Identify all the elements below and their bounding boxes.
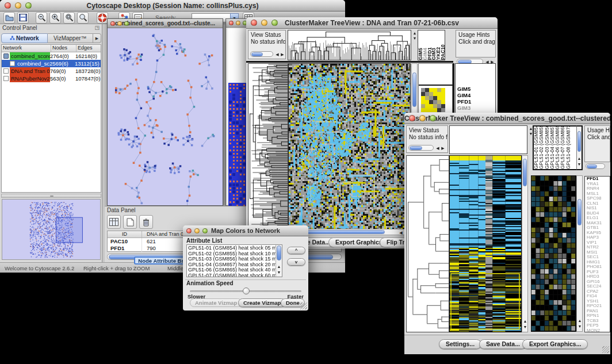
tv2-titlebar[interactable]: ClusterMaker TreeView : combined_scores_…	[404, 113, 610, 124]
tv2-usage-scrollbar[interactable]	[586, 163, 605, 169]
desktop: { "colors":{"cyan":"#5ec1ef","yellow":"#…	[0, 0, 612, 364]
tv2-minimize-button[interactable]	[419, 115, 426, 121]
tv2-vscroll-up[interactable]: ▲	[522, 319, 528, 323]
network-row[interactable]: combined_scores2764(0)16218(0)	[2, 52, 101, 60]
network-row[interactable]: DNA and Tran 07769(0)183728(0)	[2, 67, 101, 75]
tv1-minimize-button[interactable]	[261, 20, 267, 26]
tv2-export-graphics-button[interactable]: Export Graphics...	[522, 339, 588, 349]
status-zoom-hint: Right-click + drag to ZOOM	[83, 265, 150, 271]
attribute-grid-icon	[109, 218, 118, 226]
tv1-hscroll-left[interactable]: ◀	[398, 231, 404, 235]
tv1-close-button[interactable]	[251, 20, 257, 26]
tv1-usage-text: Click and drag to	[458, 39, 493, 45]
tv2-zoom-scrollbar[interactable]: ▲ ▼	[576, 175, 583, 332]
tv2-status-scroll-right[interactable]: ▶	[440, 146, 446, 150]
tv2-heatmap[interactable]	[450, 156, 521, 332]
zoom-in-button[interactable]	[49, 12, 61, 24]
slider-thumb[interactable]	[243, 288, 250, 294]
tv1-heatmap[interactable]	[289, 64, 410, 232]
tv1-status-scrollbar[interactable]	[250, 51, 273, 57]
tv2-vscroll-down[interactable]: ▼	[522, 325, 528, 329]
tv1-column-dendrogram[interactable]	[288, 30, 411, 60]
tv2-vscrollbar[interactable]: ▲ ▼	[522, 155, 528, 332]
tv1-gene-label: PFD1	[457, 98, 495, 105]
dialog-resize-grip[interactable]	[300, 302, 307, 309]
network-nodes-count: 2764(0)	[50, 52, 75, 60]
tv2-column-label: GPL51-07 (GSM868)	[560, 127, 565, 169]
zoom-window-button[interactable]	[25, 2, 32, 9]
dense-close-button[interactable]	[229, 21, 234, 25]
tab-network[interactable]: Network	[1, 33, 48, 43]
move-up-button[interactable]: ^	[287, 247, 305, 254]
tv2-zoom-scroll-up[interactable]: ▲	[577, 319, 583, 323]
tv2-zoom-panel	[531, 175, 576, 332]
tv1-status-scroll-right[interactable]: ▶	[280, 52, 285, 56]
open-session-button[interactable]	[3, 12, 15, 24]
control-panel-tabs: Network VizMapper™ ▶	[1, 33, 101, 43]
dialog-zoom-button[interactable]	[202, 228, 208, 233]
close-button[interactable]	[5, 2, 11, 9]
attribute-scroll-down[interactable]: ▼	[276, 270, 282, 274]
attribute-listbox[interactable]: GPL51-01 (GSM854) heat shock 05 minGPL51…	[186, 244, 282, 277]
column-header-network: Network	[2, 45, 51, 52]
create-attribute-button[interactable]	[123, 215, 137, 229]
move-down-button[interactable]: v	[287, 258, 305, 266]
frame-minimize-button[interactable]	[117, 21, 122, 26]
tab-overflow-button[interactable]: ▶	[93, 33, 101, 43]
create-vizmap-button[interactable]: Create Vizmap	[238, 298, 286, 307]
network-frame-titlebar[interactable]: combined_scores_good.txt--cluste...	[108, 19, 223, 28]
tv2-zoom-heatmap[interactable]	[531, 176, 576, 331]
tab-vizmapper[interactable]: VizMapper™	[48, 33, 94, 43]
tv2-status-scrollbar[interactable]	[408, 145, 434, 151]
minimize-button[interactable]	[15, 2, 21, 9]
tv2-labels-scrollbar[interactable]: ▲ ▼	[576, 125, 583, 170]
tv1-gene-label: GIM5	[457, 86, 495, 92]
delete-attribute-button[interactable]	[139, 215, 153, 229]
zoom-out-button[interactable]	[36, 12, 47, 24]
panel-splitter[interactable]	[1, 194, 101, 198]
main-titlebar[interactable]: Cytoscape Desktop (Session Name: collins…	[0, 0, 345, 12]
tv2-row-dendrogram-panel	[406, 155, 449, 332]
tv1-col-scroll-down[interactable]: ▼	[412, 36, 418, 40]
tv2-save-data-button[interactable]: Save Data...	[479, 339, 527, 349]
attribute-scroll-up[interactable]: ▲	[276, 265, 282, 269]
tv1-zoom-button[interactable]	[271, 20, 278, 26]
main-window-title: Cytoscape Desktop (Session Name: collins…	[0, 2, 345, 10]
help-button[interactable]	[97, 12, 108, 24]
dialog-close-button[interactable]	[186, 228, 192, 233]
tv2-global-view[interactable]	[449, 125, 527, 154]
network-row[interactable]: combined_sco2569(6)13112(15)	[2, 60, 101, 67]
tv2-labels-scroll-up[interactable]: ▲	[576, 156, 582, 160]
tv2-zoom-scroll-down[interactable]: ▼	[577, 324, 583, 328]
attribute-list-item[interactable]: GPL51-07 (GSM868) heat shock 60 min	[188, 273, 281, 278]
zoom-selected-button[interactable]	[63, 12, 75, 24]
network-name: RNAPuberNov2+	[10, 75, 50, 82]
network-view-canvas[interactable]	[108, 28, 223, 205]
tv2-zoom-button[interactable]	[430, 115, 436, 121]
tv2-settings-button[interactable]: Settings...	[439, 339, 481, 349]
dialog-minimize-button[interactable]	[194, 228, 200, 233]
network-row[interactable]: RNAPuberNov2+563(0)107847(0)	[2, 75, 101, 82]
tv1-zoom-matrix[interactable]	[421, 88, 445, 112]
network-list-rows: combined_scores2764(0)16218(0)combined_s…	[2, 52, 101, 82]
attribute-list-scrollbar[interactable]: ▲ ▼	[276, 245, 282, 277]
tv2-resize-grip[interactable]	[602, 346, 609, 353]
frame-zoom-button[interactable]	[124, 21, 129, 26]
tv2-row-dendrogram[interactable]	[407, 156, 449, 332]
animation-speed-label: Animation Speed	[186, 280, 234, 286]
save-session-button[interactable]	[17, 12, 29, 24]
dialog-titlebar[interactable]: Map Colors to Network	[183, 225, 308, 236]
float-panel-icon[interactable]: ◳	[94, 25, 100, 30]
tv1-row-dendrogram[interactable]	[248, 64, 288, 232]
tv2-close-button[interactable]	[409, 115, 415, 121]
select-attributes-button[interactable]	[107, 215, 121, 229]
tv1-titlebar[interactable]: ClusterMaker TreeView : DNA and Tran 07-…	[246, 17, 498, 29]
network-list-header[interactable]: Network Nodes Edges	[2, 45, 101, 52]
tv1-col-scroll-up[interactable]: ▲	[412, 31, 418, 35]
network-overview-canvas[interactable]	[2, 200, 100, 259]
zoom-fit-button[interactable]	[77, 12, 89, 24]
tv2-labels-scroll-down[interactable]: ▼	[576, 162, 582, 166]
dense-minimize-button[interactable]	[236, 21, 240, 25]
animation-speed-slider[interactable]	[190, 290, 301, 292]
frame-close-button[interactable]	[110, 21, 115, 26]
